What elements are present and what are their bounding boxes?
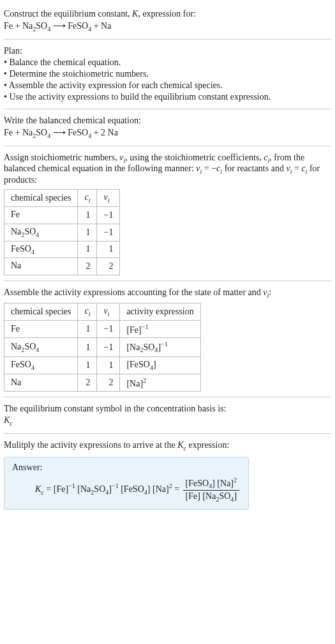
ax-sup: −1 xyxy=(161,341,168,348)
t2-ax: [FeSO4] xyxy=(120,356,200,374)
t2-h2-i: i xyxy=(89,310,91,318)
den-c: ] xyxy=(234,491,237,501)
bal-l3: SO xyxy=(36,128,47,137)
sp-a: Na xyxy=(11,261,21,270)
sp-a: FeSO xyxy=(11,244,31,254)
t1-c: 1 xyxy=(78,206,97,224)
answer-box: Answer: Kc = [Fe]−1 [Na2SO4]−1 [FeSO4] [… xyxy=(4,457,249,510)
table-row: chemical species ci νi xyxy=(4,190,120,207)
assign-a: Assign stoichiometric numbers, xyxy=(4,153,119,162)
t1-sp: FeSO4 xyxy=(4,241,78,258)
kc-K: K xyxy=(4,415,10,425)
sp-a: Fe xyxy=(11,210,20,219)
ans-p2b: SO xyxy=(94,484,105,494)
intro-line1: Construct the equilibrium constant, K, e… xyxy=(4,9,331,19)
intro-text-a: Construct the equilibrium constant, xyxy=(4,9,132,19)
mul-a: Mulitply the activity expressions to arr… xyxy=(4,440,177,450)
intro-equation: Fe + Na2SO4 ⟶ FeSO4 + Na xyxy=(4,20,331,33)
answer-fraction: [FeSO4] [Na]2[Fe] [Na2SO4] xyxy=(183,477,239,503)
ax-sup: 2 xyxy=(143,377,146,384)
intro-section: Construct the equilibrium constant, K, e… xyxy=(4,3,331,40)
kc-symbol-text: The equilibrium constant symbol in the c… xyxy=(4,404,331,414)
t2-c: 1 xyxy=(78,338,97,356)
ans-p4: [Na] xyxy=(150,484,168,494)
plan-b1: • Balance the chemical equation. xyxy=(4,57,331,68)
t1-c: 2 xyxy=(78,258,97,275)
kc-c: c xyxy=(10,420,12,427)
ans-p2-sup: −1 xyxy=(112,482,119,489)
t2-ax: [Na]2 xyxy=(120,374,200,392)
eq-lhs-3: SO xyxy=(36,21,47,31)
multiply-text: Mulitply the activity expressions to arr… xyxy=(4,440,331,452)
sp-d: 4 xyxy=(36,231,39,238)
ans-p2a: [Na xyxy=(75,484,91,494)
table-row: Na2SO4 1 −1 xyxy=(4,224,120,241)
t2-c: 1 xyxy=(78,320,97,338)
t2-nu: −1 xyxy=(97,320,120,338)
t1-nu: −1 xyxy=(97,224,120,241)
ans-p3a: [FeSO xyxy=(119,484,144,494)
bal-r1: FeSO xyxy=(68,128,88,137)
t1-h1: chemical species xyxy=(4,190,78,207)
balanced-title: Write the balanced chemical equation: xyxy=(4,116,331,126)
num-b: ] [Na] xyxy=(212,479,234,488)
ax-sup: −1 xyxy=(142,323,149,330)
t2-ax: [Fe]−1 xyxy=(120,320,200,338)
ans-eq: = xyxy=(44,484,54,494)
t2-c: 2 xyxy=(78,374,97,392)
bal-r3: + 2 Na xyxy=(91,128,118,137)
kc-symbol: Kc xyxy=(4,415,331,427)
sp-a: Fe xyxy=(11,324,20,334)
t1-sp: Na2SO4 xyxy=(4,224,78,241)
frac-den: [Fe] [Na2SO4] xyxy=(183,491,239,503)
activity-table: chemical species ci νi activity expressi… xyxy=(4,303,201,392)
frac-num: [FeSO4] [Na]2 xyxy=(183,477,239,491)
assign-eq2-eq: = xyxy=(292,164,301,173)
intro-text-b: , expression for: xyxy=(138,9,196,19)
eq-rhs-1: FeSO xyxy=(68,21,88,31)
table-row: Na2SO4 1 −1 [Na2SO4]−1 xyxy=(4,338,201,356)
t1-h2-i: i xyxy=(89,197,91,204)
t1-h2: ci xyxy=(78,190,97,207)
assemble-text: Assemble the activity expressions accoun… xyxy=(4,288,331,299)
plan-b2: • Determine the stoichiometric numbers. xyxy=(4,69,331,79)
table-row: Fe 1 −1 [Fe]−1 xyxy=(4,320,201,338)
assign-b: , using the stoichiometric coefficients, xyxy=(125,153,264,162)
balanced-eq: Fe + Na2SO4 ⟶ FeSO4 + 2 Na xyxy=(4,127,331,139)
ans-K: K xyxy=(35,484,41,494)
t1-h3: νi xyxy=(97,190,120,207)
t2-nu: 1 xyxy=(97,356,120,374)
table-row: Na 2 2 [Na]2 xyxy=(4,374,201,392)
bal-arrow: ⟶ xyxy=(50,128,68,137)
num-sup: 2 xyxy=(234,477,237,484)
t2-h1: chemical species xyxy=(4,303,78,320)
assign-eq1-eq: = − xyxy=(202,164,216,173)
den-a: [Fe] [Na xyxy=(186,491,216,501)
t2-ax: [Na2SO4]−1 xyxy=(120,338,200,356)
t1-h3-i: i xyxy=(108,197,110,204)
assign-text: Assign stoichiometric numbers, νi, using… xyxy=(4,153,331,186)
ax-cl: ] xyxy=(153,360,156,369)
t1-c: 1 xyxy=(78,241,97,258)
sp-a: Na xyxy=(11,378,21,387)
sp-a: FeSO xyxy=(11,360,31,369)
sp-d: 4 xyxy=(36,346,39,353)
plan-section: Plan: • Balance the chemical equation. •… xyxy=(4,40,331,109)
t2-h4: activity expression xyxy=(120,303,200,320)
balanced-section: Write the balanced chemical equation: Fe… xyxy=(4,109,331,146)
t2-nu: 2 xyxy=(97,374,120,392)
ans-p1-sup: −1 xyxy=(68,482,75,489)
eq-lhs-1: Fe + Na xyxy=(4,21,33,31)
t2-h2: ci xyxy=(78,303,97,320)
t2-sp: Fe xyxy=(4,320,78,338)
t1-nu: −1 xyxy=(97,206,120,224)
t2-h3: νi xyxy=(97,303,120,320)
assign-d: for reactants and xyxy=(222,164,286,173)
mul-K: K xyxy=(177,440,183,450)
ax-a: [Fe] xyxy=(126,325,141,334)
ax-a: [FeSO xyxy=(126,360,150,369)
sp-c: SO xyxy=(24,227,36,236)
mul-b: expression: xyxy=(186,440,229,450)
plan-b3: • Assemble the activity expression for e… xyxy=(4,80,331,91)
t2-c: 1 xyxy=(78,356,97,374)
